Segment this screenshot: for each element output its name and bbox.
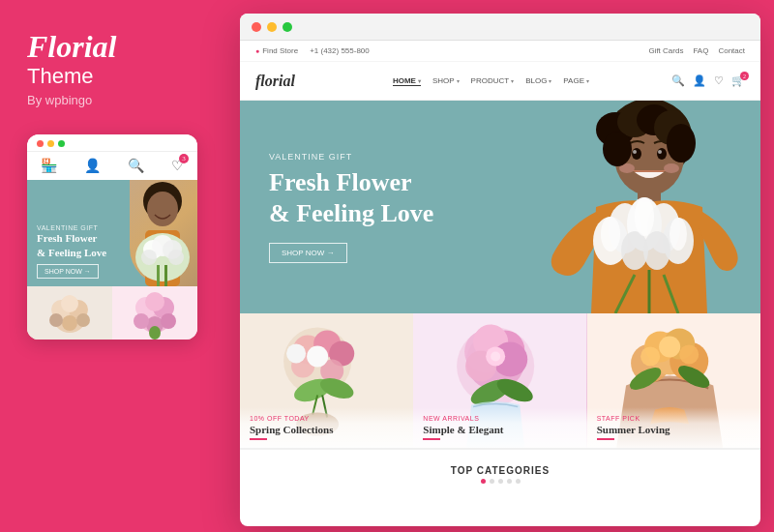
site-top-right: Gift Cards FAQ Contact [648,46,745,55]
hero-person-svg [509,101,760,313]
product-card-2-title: Simple & Elegant [423,424,577,435]
faq-link[interactable]: FAQ [693,46,708,55]
brand-title: Florial [27,31,205,62]
svg-point-44 [632,148,641,160]
cat-dot-5 [516,479,521,484]
svg-point-79 [491,351,500,361]
hero-gift-label: VALENTINE GIFT [269,152,433,162]
mobile-gift-label: VALENTINE GIFT [37,224,188,231]
svg-point-15 [61,295,78,312]
product-card-3-overlay: STAFF PICK Summer Loving [587,407,760,448]
nav-home[interactable]: HOME ▾ [393,76,421,86]
user-icon[interactable]: 👤 [693,74,706,87]
browser-dot-green [283,22,292,32]
browser-dot-red [252,22,261,32]
product-card-3-underline [597,438,614,440]
page-chevron: ▾ [586,77,589,84]
browser-mockup: ● Find Store +1 (432) 555-800 Gift Cards… [240,14,760,526]
product-card-3[interactable]: STAFF PICK Summer Loving [587,313,760,448]
flower-svg-2 [112,286,197,340]
svg-point-1 [147,192,178,226]
nav-blog[interactable]: BLOG ▾ [525,76,551,86]
bottom-bar: TOP CATEGORIES [240,449,760,499]
store-dot: ● [255,47,259,54]
svg-point-89 [659,336,680,357]
hero-title: Fresh Flower & Feeling Love [269,167,433,230]
categories-label: TOP CATEGORIES [451,465,550,476]
mobile-hero-title: Fresh Flower & Feeling Love [37,231,188,259]
svg-point-27 [149,326,161,340]
svg-point-47 [658,150,662,154]
hero-shop-now-button[interactable]: SHOP NOW → [269,243,347,263]
product-card-1-underline [250,438,267,440]
shop-chevron: ▾ [457,77,460,84]
find-store-link[interactable]: ● Find Store [255,46,298,55]
mobile-shop-now-button[interactable]: SHOP NOW → [37,264,99,279]
mobile-store-icon[interactable]: 🏪 [41,158,57,174]
product-card-2-badge: NEW ARRIVALS [423,415,577,422]
svg-point-42 [635,197,654,236]
search-icon[interactable]: 🔍 [671,74,685,87]
brand-subtitle: Theme [27,64,205,89]
hero-person [509,101,760,313]
mobile-dot-yellow [47,140,54,147]
nav-shop[interactable]: SHOP ▾ [432,76,460,86]
browser-dot-yellow [267,22,277,32]
svg-point-18 [76,313,90,327]
mobile-flowers-row [27,286,197,340]
product-chevron: ▾ [511,77,514,84]
svg-point-16 [62,315,77,331]
mobile-mockup: 🏪 👤 🔍 ♡ 3 [27,134,197,340]
product-card-1-title: Spring Collections [250,424,403,435]
mobile-top-bar [27,134,197,151]
svg-rect-9 [157,265,160,286]
svg-point-90 [679,344,699,364]
nav-product[interactable]: PRODUCT ▾ [471,76,515,86]
svg-point-54 [667,124,696,163]
svg-point-63 [307,345,328,367]
browser-top-bar [240,14,760,41]
svg-rect-10 [164,265,167,286]
svg-point-45 [657,148,667,160]
categories-dots [481,479,521,484]
site-logo[interactable]: florial [255,73,295,90]
svg-point-55 [603,132,632,166]
cart-icon[interactable]: 🛒 2 [731,74,745,87]
contact-link[interactable]: Contact [718,46,745,55]
product-card-3-title: Summer Loving [597,424,751,435]
site-top-bar: ● Find Store +1 (432) 555-800 Gift Cards… [240,41,760,62]
flower-svg-1 [27,286,112,340]
site-navbar: florial HOME ▾ SHOP ▾ PRODUCT ▾ BLOG ▾ P… [240,62,760,101]
mobile-flower-card-2 [112,286,197,340]
gift-cards-link[interactable]: Gift Cards [648,46,683,55]
site-top-left: ● Find Store +1 (432) 555-800 [255,46,370,55]
phone-number: +1 (432) 555-800 [310,46,370,55]
nav-page[interactable]: PAGE ▾ [563,76,589,86]
left-panel: Florial Theme By wpbingo 🏪 👤 🔍 ♡ 3 [0,0,232,532]
svg-point-23 [145,292,164,311]
product-card-1[interactable]: 10% OFF TODAY Spring Collections [240,313,413,448]
svg-point-64 [286,343,306,363]
svg-point-88 [640,346,660,366]
home-chevron: ▾ [418,77,421,84]
mobile-heart-icon[interactable]: ♡ 3 [171,158,184,174]
svg-point-26 [161,313,176,329]
brand-by: By wpbingo [27,93,205,107]
mobile-flower-card-1 [27,286,112,340]
mobile-user-icon[interactable]: 👤 [84,158,101,174]
mobile-dot-red [37,140,44,147]
svg-point-25 [134,313,149,329]
hero-content: VALENTINE GIFT Fresh Flower & Feeling Lo… [240,152,462,263]
product-card-3-badge: STAFF PICK [597,415,751,422]
product-card-2-underline [423,438,440,440]
mobile-cart-badge: 3 [179,154,189,163]
svg-point-40 [643,231,670,270]
mobile-search-icon[interactable]: 🔍 [128,158,144,174]
mobile-hero: VALENTINE GIFT Fresh Flower & Feeling Lo… [27,180,197,286]
cat-dot-2 [490,479,494,484]
product-card-2[interactable]: NEW ARRIVALS Simple & Elegant [413,313,586,448]
blog-chevron: ▾ [549,77,551,84]
product-card-1-badge: 10% OFF TODAY [250,415,403,422]
wishlist-icon[interactable]: ♡ [714,74,724,87]
mobile-nav: 🏪 👤 🔍 ♡ 3 [27,151,197,180]
